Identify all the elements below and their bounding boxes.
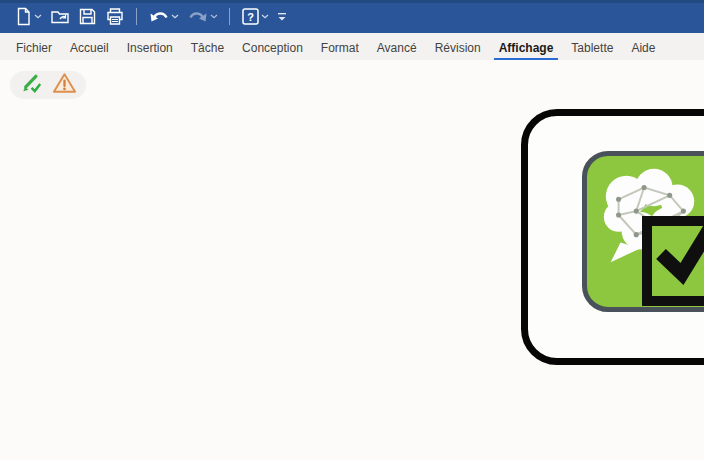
help-icon: ? xyxy=(241,7,260,26)
tab-insertion[interactable]: Insertion xyxy=(118,33,182,62)
tab-accueil[interactable]: Accueil xyxy=(61,33,118,62)
chevron-down-icon xyxy=(34,14,42,19)
chevron-down-icon xyxy=(171,14,179,19)
print-button[interactable] xyxy=(101,5,129,29)
title-bar: ? xyxy=(0,0,704,33)
print-icon xyxy=(105,7,125,26)
undo-icon xyxy=(148,8,170,26)
svg-text:?: ? xyxy=(247,11,254,23)
customize-toolbar-button[interactable] xyxy=(273,5,291,29)
toolbar-separator xyxy=(136,8,137,25)
tab-avance[interactable]: Avancé xyxy=(368,33,426,62)
warning-icon[interactable] xyxy=(52,71,77,100)
open-folder-icon xyxy=(50,7,70,26)
chevron-down-icon xyxy=(261,14,269,19)
save-icon xyxy=(78,7,97,26)
tab-conception[interactable]: Conception xyxy=(233,33,312,62)
pen-check-icon[interactable] xyxy=(20,71,45,100)
status-indicator-pill xyxy=(10,71,86,99)
new-document-button[interactable] xyxy=(10,5,46,29)
tab-revision[interactable]: Révision xyxy=(426,33,490,62)
ribbon-tab-bar: Fichier Accueil Insertion Tâche Concepti… xyxy=(0,33,704,62)
save-button[interactable] xyxy=(74,5,101,29)
redo-icon xyxy=(187,8,209,26)
tab-fichier[interactable]: Fichier xyxy=(7,33,61,62)
tab-aide[interactable]: Aide xyxy=(622,33,664,62)
tab-affichage[interactable]: Affichage xyxy=(490,33,563,62)
map-canvas[interactable] xyxy=(0,60,704,460)
redo-button[interactable] xyxy=(183,5,222,29)
tab-tache[interactable]: Tâche xyxy=(182,33,233,62)
topic-node[interactable] xyxy=(521,109,704,365)
chevron-down-icon xyxy=(210,14,218,19)
help-button[interactable]: ? xyxy=(237,5,273,29)
tab-format[interactable]: Format xyxy=(312,33,368,62)
open-button[interactable] xyxy=(46,5,74,29)
tab-tablette[interactable]: Tablette xyxy=(562,33,622,62)
new-document-icon xyxy=(14,7,33,26)
customize-toolbar-icon xyxy=(277,11,287,22)
checkmark-box-icon xyxy=(642,216,704,306)
toolbar-separator xyxy=(229,8,230,25)
undo-button[interactable] xyxy=(144,5,183,29)
